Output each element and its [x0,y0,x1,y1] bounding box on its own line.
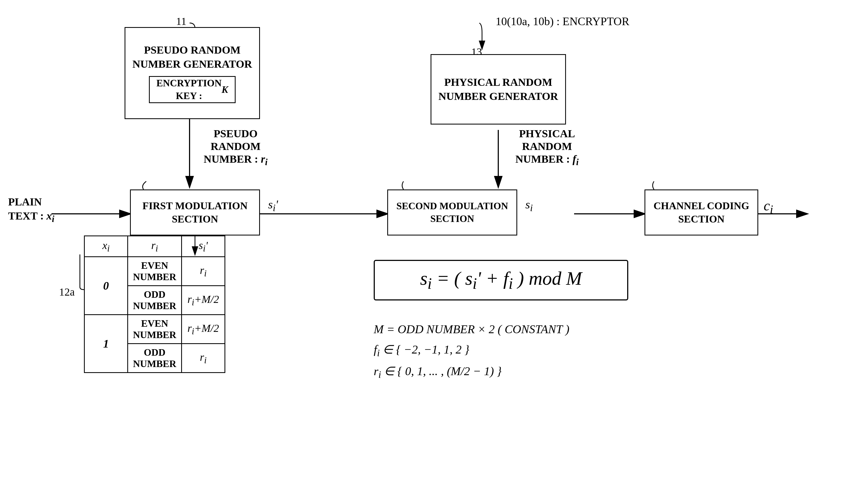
cell-odd-2: ODDNUMBER [128,344,182,373]
physical-rng-label: PHYSICAL RANDOMNUMBER GENERATOR [439,75,558,103]
lookup-table: xi ri si' 0 EVENNUMBER ri ODDNUMBER ri+M… [84,235,225,373]
ref-12a: 12a [59,286,75,298]
cell-ri-1: ri [182,257,225,286]
physical-random-label: PHYSICAL RANDOMNUMBER : fi [506,127,588,167]
cell-ri-m2-1: ri+M/2 [182,286,225,315]
col-header-ri: ri [128,236,182,257]
math-note-2: fi ∈ { −2, −1, 1, 2 } [374,340,570,361]
c-i-label: ci [764,198,773,216]
math-note-3: ri ∈ { 0, 1, ... , (M/2 − 1) } [374,361,570,383]
cell-odd-1: ODDNUMBER [128,286,182,315]
encryptor-label: 10(10a, 10b) : ENCRYPTOR [496,15,629,28]
first-mod-box: FIRST MODULATIONSECTION [130,190,260,235]
channel-coding-label: CHANNEL CODINGSECTION [654,199,749,226]
formula-box: si = ( si' + fi ) mod M [374,260,628,301]
s-prime-label: si' [268,198,278,214]
formula-text: si = ( si' + fi ) mod M [420,268,582,293]
channel-coding-box: CHANNEL CODINGSECTION [644,190,758,235]
cell-even-1: EVENNUMBER [128,257,182,286]
col-header-xi: xi [85,236,128,257]
table-row-1: 0 EVENNUMBER ri [85,257,225,286]
cell-x1: 1 [85,315,128,373]
s-i-label: si [525,198,533,214]
math-notes: M = ODD NUMBER × 2 ( CONSTANT ) fi ∈ { −… [374,319,570,383]
second-mod-box: SECOND MODULATIONSECTION [387,190,517,235]
table-header-row: xi ri si' [85,236,225,257]
cell-even-2: EVENNUMBER [128,315,182,344]
first-mod-label: FIRST MODULATIONSECTION [142,199,248,226]
cell-ri-2: ri [182,344,225,373]
pseudo-random-label: PSEUDO RANDOMNUMBER : ri [198,127,273,167]
math-note-1: M = ODD NUMBER × 2 ( CONSTANT ) [374,319,570,340]
physical-rng-box: PHYSICAL RANDOMNUMBER GENERATOR [431,54,566,125]
cell-x0: 0 [85,257,128,315]
encryption-key-box: ENCRYPTIONKEY : K [149,76,236,103]
diagram-container: 11 10(10a, 10b) : ENCRYPTOR 13 PSEUDO RA… [0,0,856,504]
second-mod-label: SECOND MODULATIONSECTION [396,200,508,225]
plain-text-label: PLAINTEXT : xi [8,195,54,225]
table-row-3: 1 EVENNUMBER ri+M/2 [85,315,225,344]
pseudo-rng-box: PSEUDO RANDOMNUMBER GENERATOR ENCRYPTION… [125,27,260,119]
cell-ri-m2-2: ri+M/2 [182,315,225,344]
ref-11: 11 [176,15,186,28]
col-header-si: si' [182,236,225,257]
pseudo-rng-label: PSEUDO RANDOMNUMBER GENERATOR [132,43,252,71]
